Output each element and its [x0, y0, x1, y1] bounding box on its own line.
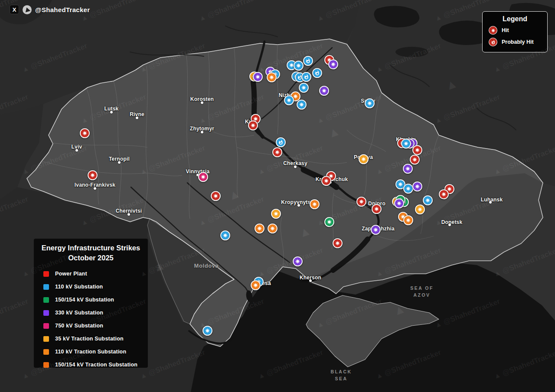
category-swatch-sub110	[43, 284, 49, 290]
category-label: 750 kV Substation	[55, 323, 103, 329]
strike-marker-power_plant-hit	[321, 176, 331, 186]
strike-marker-sub110-flame	[301, 72, 311, 82]
strike-marker-traction110-hit	[255, 224, 264, 233]
panel-row-sub110: 110 kV Substation	[43, 280, 148, 293]
strike-marker-power_plant-hit	[410, 155, 420, 165]
strike-marker-traction110-hit	[251, 280, 261, 290]
category-label: 330 kV Substation	[55, 310, 103, 316]
panel-title-line1: Energy Infrastructure Strikes	[34, 243, 148, 253]
category-swatch-traction150	[43, 362, 49, 368]
strike-marker-sub110-hit	[297, 100, 307, 110]
status-legend: Legend HitProbably Hit	[482, 11, 548, 52]
strike-marker-sub330-hit	[403, 164, 413, 174]
strike-marker-traction35-hit	[359, 154, 369, 164]
panel-row-sub330: 330 kV Substation	[43, 306, 148, 319]
panel-row-traction35: 35 kV Traction Substation	[43, 332, 148, 345]
strike-marker-sub330-hit	[394, 198, 404, 208]
category-label: 150/154 kV Substation	[55, 297, 114, 303]
category-label: Power Plant	[55, 271, 87, 277]
panel-title-line2: October 2025	[34, 253, 148, 263]
legend-row-0: Hit	[489, 26, 547, 35]
strike-marker-traction110-hit	[267, 72, 277, 82]
strike-marker-sub110-hit	[284, 95, 294, 105]
panel-row-traction110: 110 kV Traction Substation	[43, 345, 148, 358]
strike-marker-sub330-hit	[319, 86, 329, 96]
flame-icon	[489, 38, 497, 46]
category-swatch-traction35	[43, 336, 49, 342]
strike-marker-sub330-hit	[371, 225, 381, 235]
strike-marker-power_plant-hit	[272, 147, 282, 157]
strike-marker-sub110-hit	[294, 61, 304, 71]
shahedtracker-logo-icon	[23, 5, 32, 14]
strike-marker-sub110-hit	[202, 326, 212, 336]
strike-marker-power_plant-hit	[333, 238, 343, 248]
strike-marker-power_plant-hit	[439, 189, 449, 199]
category-swatch-sub330	[43, 310, 49, 316]
strike-marker-traction35-hit	[271, 209, 281, 219]
category-label: 150/154 kV Traction Substation	[55, 362, 137, 368]
strike-marker-power_plant-hit	[80, 128, 90, 138]
panel-row-sub750: 750 kV Substation	[43, 319, 148, 332]
strike-marker-power_plant-hit	[356, 197, 366, 207]
strike-marker-power_plant-hit	[88, 170, 98, 180]
strike-marker-sub110-flame	[303, 56, 313, 66]
legend-items: HitProbably Hit	[483, 26, 547, 46]
strike-marker-traction110-hit	[268, 224, 278, 233]
x-logo: X	[10, 5, 19, 14]
strike-marker-traction110-hit	[403, 215, 413, 225]
strike-marker-sub330-hit	[253, 72, 263, 82]
panel-title: Energy Infrastructure Strikes October 20…	[34, 243, 148, 263]
category-swatch-sub750	[43, 323, 49, 329]
strike-marker-power_plant-hit	[211, 191, 221, 201]
legend-title: Legend	[483, 15, 547, 23]
category-label: 110 kV Substation	[55, 284, 103, 290]
strike-marker-sub110-hit	[401, 139, 411, 149]
strike-marker-traction35-hit	[415, 204, 425, 214]
strike-marker-traction110-hit	[310, 199, 320, 209]
strike-marker-sub110-hit	[403, 184, 413, 194]
strike-marker-power_plant-hit	[372, 204, 382, 214]
category-swatch-sub150	[43, 297, 49, 303]
hit-burst-icon	[489, 26, 497, 35]
account-handle: @ShahedTracker	[35, 6, 90, 13]
strike-marker-sub110-hit	[365, 98, 375, 108]
category-swatch-power_plant	[43, 271, 49, 277]
strike-marker-power_plant-hit	[248, 120, 258, 130]
branding-header: X @ShahedTracker	[10, 5, 90, 14]
category-label: 35 kV Traction Substation	[55, 336, 124, 342]
strike-marker-sub750-hit	[198, 172, 208, 182]
strike-marker-sub110-hit	[299, 83, 309, 93]
drone-silhouette-icon	[24, 6, 30, 12]
panel-row-power_plant: Power Plant	[43, 267, 148, 280]
category-legend-panel: Energy Infrastructure Strikes October 20…	[34, 239, 148, 368]
category-label: 110 kV Traction Substation	[55, 349, 126, 355]
infographic-canvas: LutskRivneLvivTernopilIvano-FrankivskChe…	[0, 0, 555, 392]
panel-row-sub150: 150/154 kV Substation	[43, 293, 148, 306]
strike-marker-sub110-hit	[423, 195, 433, 205]
strike-marker-sub110-flame	[276, 137, 286, 147]
category-swatch-traction110	[43, 349, 49, 355]
strike-marker-sub110-hit	[220, 230, 230, 240]
panel-items: Power Plant110 kV Substation150/154 kV S…	[34, 267, 148, 371]
strike-marker-sub330-hit	[328, 59, 338, 69]
strike-marker-sub110-flame	[312, 68, 322, 78]
strike-marker-sub150-hit	[324, 217, 334, 227]
legend-label: Hit	[502, 27, 509, 33]
strike-marker-sub330-hit	[412, 181, 422, 191]
legend-label: Probably Hit	[502, 39, 534, 45]
strike-marker-power_plant-hit	[412, 145, 422, 155]
strike-marker-sub330-hit	[293, 256, 303, 266]
legend-row-1: Probably Hit	[489, 38, 547, 46]
panel-row-traction150: 150/154 kV Traction Substation	[43, 358, 148, 371]
